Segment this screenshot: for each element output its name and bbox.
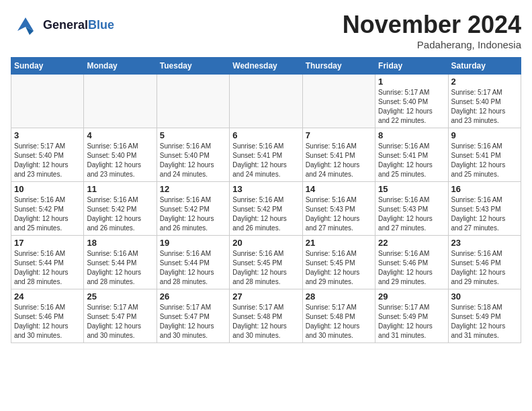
title-block: November 2024 Padaherang, Indonesia bbox=[343, 11, 521, 50]
calendar-cell: 29Sunrise: 5:17 AM Sunset: 5:49 PM Dayli… bbox=[375, 289, 448, 343]
day-number: 11 bbox=[87, 184, 153, 194]
calendar-cell: 30Sunrise: 5:18 AM Sunset: 5:49 PM Dayli… bbox=[448, 289, 521, 343]
day-info: Sunrise: 5:16 AM Sunset: 5:45 PM Dayligh… bbox=[232, 249, 299, 287]
day-info: Sunrise: 5:18 AM Sunset: 5:49 PM Dayligh… bbox=[451, 303, 518, 340]
day-number: 21 bbox=[306, 238, 372, 248]
month-title: November 2024 bbox=[343, 11, 521, 39]
day-info: Sunrise: 5:16 AM Sunset: 5:46 PM Dayligh… bbox=[451, 249, 518, 287]
day-number: 25 bbox=[87, 291, 153, 302]
day-number: 24 bbox=[14, 291, 81, 302]
day-number: 8 bbox=[378, 130, 445, 140]
calendar-cell: 1Sunrise: 5:17 AM Sunset: 5:40 PM Daylig… bbox=[375, 75, 448, 128]
calendar-cell: 3Sunrise: 5:17 AM Sunset: 5:40 PM Daylig… bbox=[11, 128, 84, 182]
day-number: 4 bbox=[87, 130, 153, 140]
day-number: 3 bbox=[14, 130, 81, 140]
day-number: 20 bbox=[232, 238, 299, 248]
calendar-cell: 27Sunrise: 5:17 AM Sunset: 5:48 PM Dayli… bbox=[230, 289, 302, 343]
calendar-cell: 22Sunrise: 5:16 AM Sunset: 5:46 PM Dayli… bbox=[375, 236, 448, 289]
day-number: 5 bbox=[160, 130, 226, 140]
calendar-table: SundayMondayTuesdayWednesdayThursdayFrid… bbox=[11, 57, 521, 343]
day-number: 28 bbox=[306, 291, 372, 302]
calendar-cell bbox=[84, 75, 157, 128]
day-number: 6 bbox=[232, 130, 299, 140]
day-of-week-header: Tuesday bbox=[157, 58, 229, 75]
day-number: 19 bbox=[160, 238, 226, 248]
day-number: 18 bbox=[87, 238, 153, 248]
day-info: Sunrise: 5:16 AM Sunset: 5:44 PM Dayligh… bbox=[160, 249, 226, 287]
calendar-week-row: 3Sunrise: 5:17 AM Sunset: 5:40 PM Daylig… bbox=[11, 128, 521, 182]
day-of-week-header: Monday bbox=[84, 58, 157, 75]
calendar-cell: 7Sunrise: 5:16 AM Sunset: 5:41 PM Daylig… bbox=[302, 128, 375, 182]
svg-marker-0 bbox=[17, 17, 34, 31]
calendar-cell: 12Sunrise: 5:16 AM Sunset: 5:42 PM Dayli… bbox=[157, 182, 229, 236]
day-info: Sunrise: 5:16 AM Sunset: 5:41 PM Dayligh… bbox=[232, 142, 299, 179]
day-info: Sunrise: 5:16 AM Sunset: 5:41 PM Dayligh… bbox=[378, 142, 445, 179]
page-header: GeneralBlue November 2024 Padaherang, In… bbox=[11, 11, 521, 50]
logo: GeneralBlue bbox=[11, 11, 114, 40]
day-info: Sunrise: 5:17 AM Sunset: 5:40 PM Dayligh… bbox=[451, 88, 518, 126]
day-of-week-header: Friday bbox=[375, 58, 448, 75]
day-number: 1 bbox=[378, 77, 445, 87]
day-info: Sunrise: 5:16 AM Sunset: 5:43 PM Dayligh… bbox=[306, 195, 372, 233]
day-info: Sunrise: 5:16 AM Sunset: 5:41 PM Dayligh… bbox=[306, 142, 372, 179]
calendar-cell: 17Sunrise: 5:16 AM Sunset: 5:44 PM Dayli… bbox=[11, 236, 84, 289]
logo-blue-text: Blue bbox=[88, 18, 114, 32]
day-of-week-header: Wednesday bbox=[230, 58, 302, 75]
calendar-week-row: 24Sunrise: 5:16 AM Sunset: 5:46 PM Dayli… bbox=[11, 289, 521, 343]
calendar-cell bbox=[11, 75, 84, 128]
calendar-cell: 21Sunrise: 5:16 AM Sunset: 5:45 PM Dayli… bbox=[302, 236, 375, 289]
day-number: 29 bbox=[378, 291, 445, 302]
day-info: Sunrise: 5:17 AM Sunset: 5:48 PM Dayligh… bbox=[232, 303, 299, 340]
day-info: Sunrise: 5:17 AM Sunset: 5:47 PM Dayligh… bbox=[160, 303, 226, 340]
day-number: 22 bbox=[378, 238, 445, 248]
calendar-cell: 16Sunrise: 5:16 AM Sunset: 5:43 PM Dayli… bbox=[448, 182, 521, 236]
day-info: Sunrise: 5:16 AM Sunset: 5:44 PM Dayligh… bbox=[87, 249, 153, 287]
day-number: 10 bbox=[14, 184, 81, 194]
calendar-cell bbox=[157, 75, 229, 128]
calendar-cell: 15Sunrise: 5:16 AM Sunset: 5:43 PM Dayli… bbox=[375, 182, 448, 236]
calendar-cell bbox=[230, 75, 302, 128]
day-number: 26 bbox=[160, 291, 226, 302]
day-of-week-header: Saturday bbox=[448, 58, 521, 75]
day-info: Sunrise: 5:16 AM Sunset: 5:42 PM Dayligh… bbox=[14, 195, 81, 233]
day-info: Sunrise: 5:16 AM Sunset: 5:40 PM Dayligh… bbox=[87, 142, 153, 179]
day-number: 12 bbox=[160, 184, 226, 194]
day-number: 30 bbox=[451, 291, 518, 302]
day-info: Sunrise: 5:16 AM Sunset: 5:42 PM Dayligh… bbox=[87, 195, 153, 233]
location: Padaherang, Indonesia bbox=[343, 39, 521, 50]
day-info: Sunrise: 5:16 AM Sunset: 5:41 PM Dayligh… bbox=[451, 142, 518, 179]
calendar-cell: 13Sunrise: 5:16 AM Sunset: 5:42 PM Dayli… bbox=[230, 182, 302, 236]
day-number: 23 bbox=[451, 238, 518, 248]
calendar-cell: 6Sunrise: 5:16 AM Sunset: 5:41 PM Daylig… bbox=[230, 128, 302, 182]
day-number: 27 bbox=[232, 291, 299, 302]
calendar-cell: 24Sunrise: 5:16 AM Sunset: 5:46 PM Dayli… bbox=[11, 289, 84, 343]
calendar-cell: 11Sunrise: 5:16 AM Sunset: 5:42 PM Dayli… bbox=[84, 182, 157, 236]
calendar-cell: 19Sunrise: 5:16 AM Sunset: 5:44 PM Dayli… bbox=[157, 236, 229, 289]
calendar-cell: 28Sunrise: 5:17 AM Sunset: 5:48 PM Dayli… bbox=[302, 289, 375, 343]
day-number: 15 bbox=[378, 184, 445, 194]
day-info: Sunrise: 5:16 AM Sunset: 5:42 PM Dayligh… bbox=[232, 195, 299, 233]
day-info: Sunrise: 5:17 AM Sunset: 5:49 PM Dayligh… bbox=[378, 303, 445, 340]
calendar-cell: 2Sunrise: 5:17 AM Sunset: 5:40 PM Daylig… bbox=[448, 75, 521, 128]
calendar-cell: 9Sunrise: 5:16 AM Sunset: 5:41 PM Daylig… bbox=[448, 128, 521, 182]
day-info: Sunrise: 5:17 AM Sunset: 5:40 PM Dayligh… bbox=[378, 88, 445, 126]
day-info: Sunrise: 5:16 AM Sunset: 5:45 PM Dayligh… bbox=[306, 249, 372, 287]
day-info: Sunrise: 5:16 AM Sunset: 5:44 PM Dayligh… bbox=[14, 249, 81, 287]
calendar-week-row: 1Sunrise: 5:17 AM Sunset: 5:40 PM Daylig… bbox=[11, 75, 521, 128]
day-info: Sunrise: 5:17 AM Sunset: 5:47 PM Dayligh… bbox=[87, 303, 153, 340]
calendar-cell: 4Sunrise: 5:16 AM Sunset: 5:40 PM Daylig… bbox=[84, 128, 157, 182]
day-number: 13 bbox=[232, 184, 299, 194]
day-number: 17 bbox=[14, 238, 81, 248]
logo-general: General bbox=[43, 18, 88, 32]
day-info: Sunrise: 5:17 AM Sunset: 5:48 PM Dayligh… bbox=[306, 303, 372, 340]
calendar-cell: 23Sunrise: 5:16 AM Sunset: 5:46 PM Dayli… bbox=[448, 236, 521, 289]
day-number: 9 bbox=[451, 130, 518, 140]
calendar-week-row: 17Sunrise: 5:16 AM Sunset: 5:44 PM Dayli… bbox=[11, 236, 521, 289]
calendar-week-row: 10Sunrise: 5:16 AM Sunset: 5:42 PM Dayli… bbox=[11, 182, 521, 236]
calendar-cell: 5Sunrise: 5:16 AM Sunset: 5:40 PM Daylig… bbox=[157, 128, 229, 182]
calendar-cell: 18Sunrise: 5:16 AM Sunset: 5:44 PM Dayli… bbox=[84, 236, 157, 289]
day-info: Sunrise: 5:16 AM Sunset: 5:43 PM Dayligh… bbox=[378, 195, 445, 233]
day-of-week-header: Sunday bbox=[11, 58, 84, 75]
day-number: 14 bbox=[306, 184, 372, 194]
calendar-cell: 14Sunrise: 5:16 AM Sunset: 5:43 PM Dayli… bbox=[302, 182, 375, 236]
